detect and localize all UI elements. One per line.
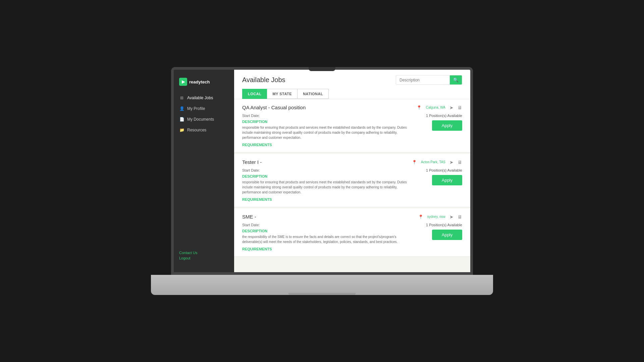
job-location: Acton Park, TAS xyxy=(421,160,445,164)
job-meta: Start Date: DESCRIPTION responsible for … xyxy=(242,114,462,147)
document-icon: 🖥 xyxy=(458,105,462,110)
tab-national[interactable]: NATIONAL xyxy=(298,89,329,99)
tabs: LOCAL MY STATE NATIONAL xyxy=(242,89,462,99)
job-details: Start Date: DESCRIPTION the responsibili… xyxy=(242,223,415,251)
job-card: SME - 📍 sydney, nsw ➤ 🖥 Start Date: DESC… xyxy=(234,208,470,257)
share-icon: ➤ xyxy=(449,105,453,110)
apply-button[interactable]: Apply xyxy=(432,120,462,131)
job-header: Tester I - 📍 Acton Park, TAS ➤ 🖥 xyxy=(242,159,462,165)
logo-text: readytech xyxy=(189,79,210,84)
sidebar-item-label: Available Jobs xyxy=(187,96,213,100)
sidebar-item-resources[interactable]: 📁 Resources xyxy=(174,125,234,135)
tab-local[interactable]: LOCAL xyxy=(242,89,267,99)
search-icon: 🔍 xyxy=(453,77,459,82)
job-description: responsible for ensuring that products a… xyxy=(242,180,415,195)
location-text: Calguna, WA xyxy=(426,106,445,109)
description-label: DESCRIPTION xyxy=(242,120,415,124)
sidebar-item-label: Resources xyxy=(187,128,206,132)
positions-available: 1 Position(s) Available xyxy=(426,223,462,227)
tab-my-state[interactable]: MY STATE xyxy=(267,89,298,99)
sidebar-item-my-documents[interactable]: 📄 My Documents xyxy=(174,114,234,125)
jobs-list: QA Analyst - Casual position 📍 Calguna, … xyxy=(234,99,470,258)
job-description: responsible for ensuring that products a… xyxy=(242,125,415,140)
requirements-label: REQUIREMENTS xyxy=(242,247,415,251)
profile-icon: 👤 xyxy=(179,106,184,111)
job-card: QA Analyst - Casual position 📍 Calguna, … xyxy=(234,99,470,153)
location-pin-icon: 📍 xyxy=(417,105,422,110)
location-text: sydney, nsw xyxy=(427,215,445,219)
job-meta: Start Date: DESCRIPTION the responsibili… xyxy=(242,223,462,251)
main-content: Available Jobs 🔍 LOCAL MY STATE NATIONAL xyxy=(234,70,470,272)
sidebar-item-label: My Profile xyxy=(187,106,205,111)
app-logo: ▶ readytech xyxy=(174,75,234,93)
location-pin-icon: 📍 xyxy=(418,215,423,219)
search-input[interactable] xyxy=(396,76,450,84)
documents-icon: 📄 xyxy=(179,117,184,122)
available-jobs-icon: ⊞ xyxy=(179,95,184,101)
document-icon: 🖥 xyxy=(458,214,462,220)
requirements-label: REQUIREMENTS xyxy=(242,197,415,201)
job-title: QA Analyst - Casual position xyxy=(242,105,413,110)
logo-icon: ▶ xyxy=(179,78,187,86)
job-actions: 1 Position(s) Available Apply xyxy=(415,168,462,185)
laptop-notch xyxy=(309,67,335,71)
share-icon: ➤ xyxy=(449,214,453,220)
search-button[interactable]: 🔍 xyxy=(450,75,462,84)
start-date-label: Start Date: xyxy=(242,168,415,172)
share-icon: ➤ xyxy=(449,160,453,165)
document-icon: 🖥 xyxy=(458,160,462,165)
header-top: Available Jobs 🔍 xyxy=(242,75,462,85)
description-label: DESCRIPTION xyxy=(242,229,415,233)
logout-link[interactable]: Logout xyxy=(179,256,229,260)
job-header: QA Analyst - Casual position 📍 Calguna, … xyxy=(242,105,462,110)
description-label: DESCRIPTION xyxy=(242,174,415,178)
sidebar-links: Contact Us Logout xyxy=(174,245,234,267)
main-header: Available Jobs 🔍 LOCAL MY STATE NATIONAL xyxy=(234,70,470,99)
start-date-label: Start Date: xyxy=(242,114,415,118)
job-card: Tester I - 📍 Acton Park, TAS ➤ 🖥 Start D… xyxy=(234,154,470,207)
positions-available: 1 Position(s) Available xyxy=(426,168,462,172)
location-text: Acton Park, TAS xyxy=(421,160,445,164)
job-description: the responsibility of the SME is to ensu… xyxy=(242,234,415,244)
sidebar: ▶ readytech ⊞ Available Jobs 👤 My Profil… xyxy=(174,70,234,272)
job-actions: 1 Position(s) Available Apply xyxy=(415,223,462,240)
job-actions: 1 Position(s) Available Apply xyxy=(415,114,462,131)
laptop-screen: ▶ readytech ⊞ Available Jobs 👤 My Profil… xyxy=(171,67,473,275)
sidebar-item-available-jobs[interactable]: ⊞ Available Jobs xyxy=(174,93,234,103)
sidebar-item-my-profile[interactable]: 👤 My Profile xyxy=(174,103,234,114)
job-header: SME - 📍 sydney, nsw ➤ 🖥 xyxy=(242,214,462,220)
laptop-base xyxy=(151,275,493,295)
job-meta: Start Date: DESCRIPTION responsible for … xyxy=(242,168,462,201)
job-details: Start Date: DESCRIPTION responsible for … xyxy=(242,114,415,147)
laptop-foot xyxy=(288,293,356,295)
job-title: Tester I - xyxy=(242,159,408,165)
sidebar-item-label: My Documents xyxy=(187,117,214,122)
start-date-label: Start Date: xyxy=(242,223,415,227)
job-location: sydney, nsw xyxy=(427,215,445,219)
job-details: Start Date: DESCRIPTION responsible for … xyxy=(242,168,415,201)
apply-button[interactable]: Apply xyxy=(432,175,462,185)
requirements-label: REQUIREMENTS xyxy=(242,143,415,147)
job-title: SME - xyxy=(242,214,414,220)
job-location: Calguna, WA xyxy=(426,106,445,109)
search-bar: 🔍 xyxy=(396,75,462,85)
apply-button[interactable]: Apply xyxy=(432,230,462,240)
location-pin-icon: 📍 xyxy=(412,160,417,165)
resources-icon: 📁 xyxy=(179,127,184,133)
positions-available: 1 Position(s) Available xyxy=(426,114,462,118)
contact-us-link[interactable]: Contact Us xyxy=(179,251,229,255)
page-title: Available Jobs xyxy=(242,76,285,84)
